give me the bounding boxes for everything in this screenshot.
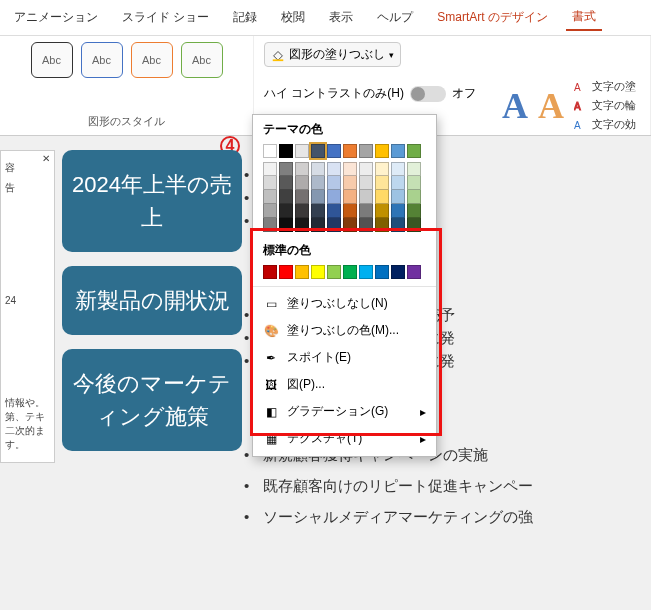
theme-swatch[interactable] [263, 144, 277, 158]
shade-swatch[interactable] [343, 190, 357, 204]
shape-style-2[interactable]: Abc [81, 42, 123, 78]
smartart-container[interactable]: 2024年上半の売上 新製品の開状況 今後のマーケティング施策 [62, 150, 242, 465]
shade-swatch[interactable] [359, 190, 373, 204]
more-colors-item[interactable]: 🎨塗りつぶしの色(M)... [253, 317, 436, 344]
theme-swatch[interactable] [279, 144, 293, 158]
shade-swatch[interactable] [375, 204, 389, 218]
shade-swatch[interactable] [343, 218, 357, 232]
theme-swatch[interactable] [311, 144, 325, 158]
standard-swatch[interactable] [263, 265, 277, 279]
text-outline-button[interactable]: A文字の輪 [574, 98, 636, 113]
text-fill-button[interactable]: A文字の塗 [574, 79, 636, 94]
shade-swatch[interactable] [391, 218, 405, 232]
shade-swatch[interactable] [311, 162, 325, 176]
tab-help[interactable]: ヘルプ [371, 5, 419, 30]
shade-swatch[interactable] [375, 190, 389, 204]
tab-smartart-design[interactable]: SmartArt のデザイン [431, 5, 554, 30]
standard-swatch[interactable] [375, 265, 389, 279]
shade-swatch[interactable] [295, 176, 309, 190]
shade-swatch[interactable] [295, 204, 309, 218]
shade-swatch[interactable] [407, 190, 421, 204]
shade-swatch[interactable] [311, 176, 325, 190]
texture-item[interactable]: ▦テクスチャ(T)▸ [253, 425, 436, 452]
theme-swatch[interactable] [343, 144, 357, 158]
standard-swatch[interactable] [295, 265, 309, 279]
smartart-item-3[interactable]: 今後のマーケティング施策 [62, 349, 242, 451]
shade-swatch[interactable] [343, 162, 357, 176]
picture-fill-item[interactable]: 🖼図(P)... [253, 371, 436, 398]
standard-swatch[interactable] [311, 265, 325, 279]
theme-swatch[interactable] [295, 144, 309, 158]
standard-swatch[interactable] [391, 265, 405, 279]
smartart-item-1[interactable]: 2024年上半の売上 [62, 150, 242, 252]
wordart-style-a2[interactable]: A [538, 85, 564, 127]
standard-swatch[interactable] [359, 265, 373, 279]
shade-swatch[interactable] [375, 162, 389, 176]
shape-style-4[interactable]: Abc [181, 42, 223, 78]
standard-swatch[interactable] [407, 265, 421, 279]
shade-swatch[interactable] [263, 190, 277, 204]
shade-swatch[interactable] [359, 176, 373, 190]
shade-swatch[interactable] [279, 176, 293, 190]
gradient-item[interactable]: ◧グラデーション(G)▸ [253, 398, 436, 425]
shade-swatch[interactable] [407, 204, 421, 218]
shade-swatch[interactable] [263, 176, 277, 190]
theme-swatch[interactable] [359, 144, 373, 158]
standard-swatch[interactable] [327, 265, 341, 279]
wordart-style-a1[interactable]: A [502, 85, 528, 127]
shade-swatch[interactable] [407, 218, 421, 232]
standard-swatch[interactable] [343, 265, 357, 279]
eyedropper-item[interactable]: ✒スポイト(E) [253, 344, 436, 371]
shade-swatch[interactable] [343, 204, 357, 218]
shade-swatch[interactable] [327, 176, 341, 190]
shade-swatch[interactable] [359, 204, 373, 218]
shade-swatch[interactable] [327, 218, 341, 232]
theme-swatch[interactable] [327, 144, 341, 158]
tab-view[interactable]: 表示 [323, 5, 359, 30]
close-icon[interactable]: ✕ [42, 153, 50, 164]
theme-swatch[interactable] [375, 144, 389, 158]
smartart-item-2[interactable]: 新製品の開状況 [62, 266, 242, 335]
shade-swatch[interactable] [375, 218, 389, 232]
shade-swatch[interactable] [327, 162, 341, 176]
no-fill-item[interactable]: ▭塗りつぶしなし(N) [253, 290, 436, 317]
shade-swatch[interactable] [391, 176, 405, 190]
tab-review[interactable]: 校閲 [275, 5, 311, 30]
shade-swatch[interactable] [295, 190, 309, 204]
shade-swatch[interactable] [295, 218, 309, 232]
tab-record[interactable]: 記録 [227, 5, 263, 30]
shade-swatch[interactable] [375, 176, 389, 190]
shade-swatch[interactable] [311, 218, 325, 232]
shade-swatch[interactable] [263, 162, 277, 176]
shade-swatch[interactable] [391, 162, 405, 176]
text-effects-button[interactable]: A文字の効 [574, 117, 636, 132]
shade-swatch[interactable] [295, 162, 309, 176]
shade-swatch[interactable] [391, 204, 405, 218]
tab-format[interactable]: 書式 [566, 4, 602, 31]
shade-swatch[interactable] [263, 204, 277, 218]
standard-swatch[interactable] [279, 265, 293, 279]
shape-style-3[interactable]: Abc [131, 42, 173, 78]
shade-swatch[interactable] [407, 176, 421, 190]
shade-swatch[interactable] [359, 218, 373, 232]
tab-slideshow[interactable]: スライド ショー [116, 5, 215, 30]
shade-swatch[interactable] [311, 204, 325, 218]
shape-fill-button[interactable]: 図形の塗りつぶし ▾ [264, 42, 401, 67]
shade-swatch[interactable] [279, 218, 293, 232]
shade-swatch[interactable] [263, 218, 277, 232]
shade-swatch[interactable] [391, 190, 405, 204]
shade-swatch[interactable] [279, 204, 293, 218]
shade-swatch[interactable] [327, 190, 341, 204]
shade-swatch[interactable] [327, 204, 341, 218]
shade-swatch[interactable] [407, 162, 421, 176]
theme-swatch[interactable] [391, 144, 405, 158]
tab-animation[interactable]: アニメーション [8, 5, 104, 30]
shade-swatch[interactable] [311, 190, 325, 204]
theme-swatch[interactable] [407, 144, 421, 158]
high-contrast-toggle[interactable] [410, 86, 446, 102]
shade-swatch[interactable] [343, 176, 357, 190]
shade-swatch[interactable] [279, 162, 293, 176]
shade-swatch[interactable] [359, 162, 373, 176]
shade-swatch[interactable] [279, 190, 293, 204]
shape-style-1[interactable]: Abc [31, 42, 73, 78]
